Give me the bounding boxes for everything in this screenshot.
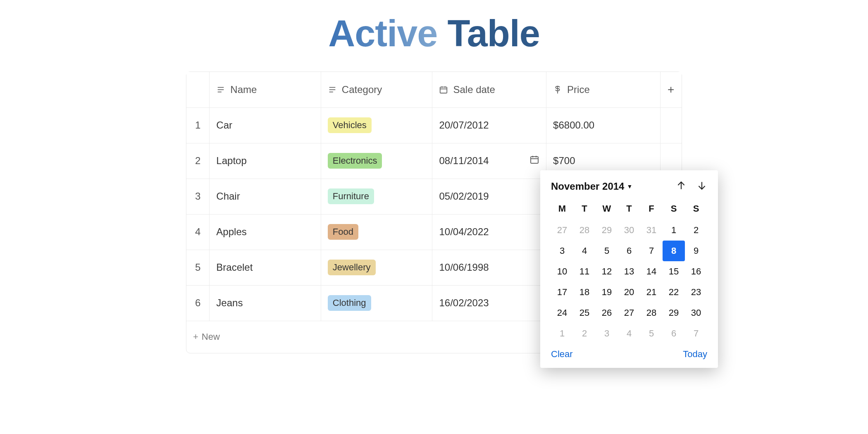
datepicker-day[interactable]: 1 — [551, 323, 573, 344]
datepicker-day[interactable]: 11 — [573, 261, 596, 282]
datepicker-next-button[interactable] — [696, 180, 707, 193]
datepicker-day[interactable]: 1 — [663, 220, 685, 241]
datepicker-day[interactable]: 6 — [618, 241, 640, 261]
header-category[interactable]: Category — [321, 72, 432, 107]
cell-category[interactable]: Vehicles — [321, 107, 432, 143]
cell-category[interactable]: Food — [321, 214, 432, 250]
arrow-down-icon — [696, 180, 707, 191]
name-value: Bracelet — [216, 262, 253, 273]
datepicker-day[interactable]: 13 — [618, 261, 640, 282]
category-tag: Jewellery — [328, 260, 376, 275]
datepicker-day[interactable]: 22 — [663, 282, 685, 303]
datepicker-day[interactable]: 6 — [663, 323, 685, 344]
datepicker-day[interactable]: 15 — [663, 261, 685, 282]
date-value: 20/07/2012 — [439, 119, 489, 131]
datepicker-day[interactable]: 14 — [640, 261, 663, 282]
datepicker-day[interactable]: 8 — [663, 241, 685, 261]
datepicker-day[interactable]: 26 — [596, 303, 618, 323]
header-sale-date[interactable]: Sale date — [432, 72, 546, 107]
datepicker-day[interactable]: 2 — [573, 323, 596, 344]
cell-sale-date[interactable]: 10/06/1998 — [432, 250, 546, 285]
dollar-icon — [553, 85, 562, 94]
datepicker-day[interactable]: 2 — [685, 220, 707, 241]
datepicker-day[interactable]: 3 — [596, 323, 618, 344]
datepicker-day[interactable]: 5 — [596, 241, 618, 261]
page-title: Active Table — [0, 0, 868, 67]
category-tag: Clothing — [328, 295, 371, 311]
datepicker-dow: M — [551, 199, 573, 220]
datepicker-day[interactable]: 28 — [573, 220, 596, 241]
header-add-column[interactable]: + — [660, 72, 682, 107]
cell-sale-date[interactable]: 08/11/2014 — [432, 143, 546, 179]
datepicker-month-selector[interactable]: November 2014 ▼ — [551, 181, 632, 192]
datepicker-day[interactable]: 5 — [640, 323, 663, 344]
title-word-table: Table — [447, 13, 539, 54]
add-column-button[interactable]: + — [661, 72, 682, 107]
text-icon — [216, 85, 225, 94]
datepicker-day[interactable]: 12 — [596, 261, 618, 282]
cell-name[interactable]: Car — [210, 107, 321, 143]
datepicker-dow: W — [596, 199, 618, 220]
datepicker-day[interactable]: 21 — [640, 282, 663, 303]
datepicker-day[interactable]: 28 — [640, 303, 663, 323]
date-value: 10/04/2022 — [439, 226, 489, 238]
header-sale-date-label: Sale date — [453, 84, 495, 95]
datepicker-day[interactable]: 9 — [685, 241, 707, 261]
datepicker-dow: T — [618, 199, 640, 220]
cell-price[interactable]: $6800.00 — [546, 107, 660, 143]
datepicker-day[interactable]: 24 — [551, 303, 573, 323]
datepicker-day[interactable]: 10 — [551, 261, 573, 282]
datepicker-day[interactable]: 19 — [596, 282, 618, 303]
calendar-icon[interactable] — [529, 155, 539, 167]
cell-category[interactable]: Clothing — [321, 285, 432, 321]
datepicker-day[interactable]: 29 — [663, 303, 685, 323]
datepicker-day[interactable]: 31 — [640, 220, 663, 241]
header-price-label: Price — [567, 84, 590, 95]
cell-category[interactable]: Jewellery — [321, 250, 432, 285]
datepicker-day[interactable]: 4 — [618, 323, 640, 344]
datepicker-day[interactable]: 7 — [640, 241, 663, 261]
cell-name[interactable]: Apples — [210, 214, 321, 250]
cell-name[interactable]: Jeans — [210, 285, 321, 321]
datepicker-day[interactable]: 30 — [618, 220, 640, 241]
datepicker-day[interactable]: 20 — [618, 282, 640, 303]
datepicker-day[interactable]: 7 — [685, 323, 707, 344]
datepicker-today-button[interactable]: Today — [683, 349, 707, 360]
svg-rect-11 — [531, 157, 538, 163]
cell-sale-date[interactable]: 05/02/2019 — [432, 179, 546, 214]
price-value: $700 — [553, 155, 575, 167]
datepicker-day[interactable]: 18 — [573, 282, 596, 303]
name-value: Laptop — [216, 155, 246, 167]
cell-sale-date[interactable]: 10/04/2022 — [432, 214, 546, 250]
datepicker-day[interactable]: 27 — [551, 220, 573, 241]
title-word-active: Active — [328, 13, 437, 54]
datepicker-day[interactable]: 17 — [551, 282, 573, 303]
datepicker-day[interactable]: 27 — [618, 303, 640, 323]
header-name[interactable]: Name — [210, 72, 321, 107]
category-tag: Food — [328, 224, 358, 240]
datepicker-day[interactable]: 4 — [573, 241, 596, 261]
cell-name[interactable]: Chair — [210, 179, 321, 214]
cell-sale-date[interactable]: 20/07/2012 — [432, 107, 546, 143]
date-value: 10/06/1998 — [439, 262, 489, 273]
date-value: 08/11/2014 — [439, 155, 489, 167]
cell-sale-date[interactable]: 16/02/2023 — [432, 285, 546, 321]
datepicker-clear-button[interactable]: Clear — [551, 349, 573, 360]
datepicker-day[interactable]: 25 — [573, 303, 596, 323]
datepicker-day[interactable]: 3 — [551, 241, 573, 261]
name-value: Chair — [216, 191, 240, 202]
datepicker-day[interactable]: 30 — [685, 303, 707, 323]
cell-name[interactable]: Bracelet — [210, 250, 321, 285]
cell-name[interactable]: Laptop — [210, 143, 321, 179]
cell-category[interactable]: Furniture — [321, 179, 432, 214]
price-value: $6800.00 — [553, 119, 594, 131]
datepicker-day[interactable]: 29 — [596, 220, 618, 241]
datepicker-day[interactable]: 16 — [685, 261, 707, 282]
datepicker-day[interactable]: 23 — [685, 282, 707, 303]
new-row-label: New — [202, 331, 220, 342]
row-index: 2 — [186, 143, 210, 179]
datepicker-prev-button[interactable] — [676, 180, 687, 193]
cell-category[interactable]: Electronics — [321, 143, 432, 179]
name-value: Apples — [216, 226, 246, 238]
header-price[interactable]: Price — [546, 72, 660, 107]
